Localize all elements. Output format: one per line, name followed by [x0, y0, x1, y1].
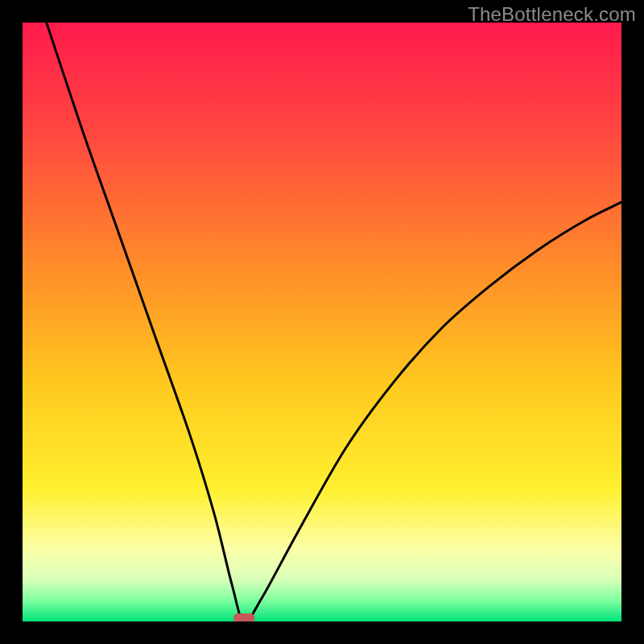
watermark-text: TheBottleneck.com	[468, 3, 636, 26]
plot-area	[23, 23, 621, 621]
optimal-marker	[233, 613, 254, 621]
bottleneck-curve-chart	[23, 23, 621, 621]
chart-frame: TheBottleneck.com	[0, 0, 644, 644]
gradient-background	[23, 23, 621, 621]
